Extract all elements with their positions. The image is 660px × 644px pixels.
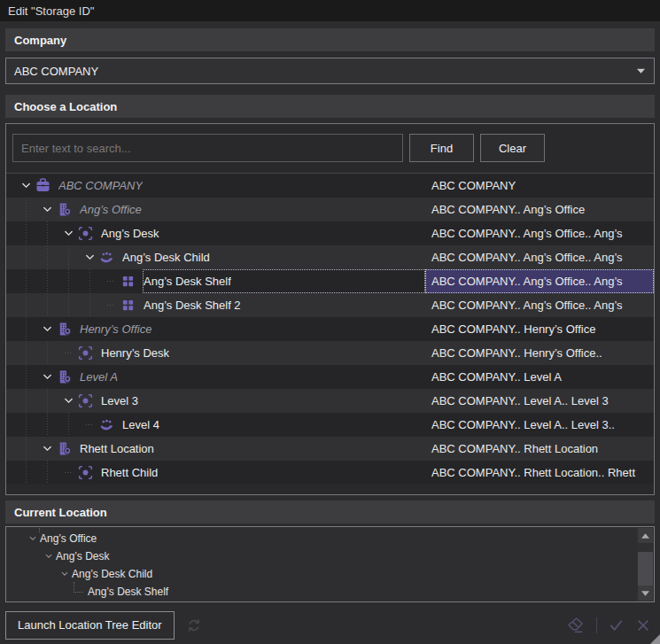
current-location-item-label: Ang’s Desk Child bbox=[72, 568, 152, 580]
tree-connector bbox=[61, 341, 76, 365]
chevron-down-icon[interactable] bbox=[82, 245, 97, 269]
tree-row-path[interactable]: ABC COMPANY.. Henry’s Office.. bbox=[425, 341, 654, 365]
tree-row-name-cell[interactable]: Level A bbox=[79, 365, 425, 389]
briefcase-icon bbox=[34, 174, 52, 198]
tree-row[interactable]: Level 3ABC COMPANY.. Level A.. Level 3 bbox=[6, 389, 654, 413]
find-button[interactable]: Find bbox=[409, 134, 474, 162]
tree-row-name-cell[interactable]: Ang’s Desk Shelf bbox=[143, 269, 425, 293]
resize-grip[interactable] bbox=[650, 634, 660, 644]
tree-row-name-cell[interactable]: Ang’s Desk Shelf 2 bbox=[143, 293, 425, 317]
tree-row-label: Henry’s Office bbox=[80, 322, 151, 336]
scrollbar-thumb[interactable] bbox=[638, 552, 653, 586]
tree-connector bbox=[104, 293, 119, 317]
location-panel: Find Clear ABC COMPANYABC COMPANYAng’s O… bbox=[5, 123, 655, 495]
chevron-down-icon[interactable] bbox=[61, 389, 76, 413]
dialog-body: Company ABC COMPANY Choose a Location Fi… bbox=[0, 21, 660, 642]
tree-row[interactable]: Rhett LocationABC COMPANY.. Rhett Locati… bbox=[6, 437, 654, 461]
tree-row-path[interactable]: ABC COMPANY bbox=[425, 174, 654, 198]
tree-connector bbox=[61, 461, 76, 485]
current-location-scrollbar[interactable] bbox=[638, 528, 653, 601]
location-tree: ABC COMPANYABC COMPANYAng’s OfficeABC CO… bbox=[6, 173, 654, 485]
clear-button[interactable]: Clear bbox=[480, 134, 545, 162]
tree-row-path[interactable]: ABC COMPANY.. Ang’s Office.. Ang’s bbox=[425, 245, 654, 269]
tree-row[interactable]: Henry’s OfficeABC COMPANY.. Henry’s Offi… bbox=[6, 317, 654, 341]
tree-indent bbox=[6, 365, 40, 389]
window-titlebar: Edit "Storage ID" bbox=[0, 0, 660, 21]
company-select[interactable]: ABC COMPANY bbox=[5, 58, 655, 84]
search-input[interactable] bbox=[12, 134, 403, 162]
chevron-down-icon[interactable] bbox=[61, 221, 76, 245]
tree-row-name-cell[interactable]: Ang’s Desk Child bbox=[121, 245, 425, 269]
chevron-down-icon[interactable] bbox=[58, 570, 72, 578]
tree-indent bbox=[6, 413, 82, 437]
tree-row-name-cell[interactable]: Level 3 bbox=[100, 389, 425, 413]
tree-row-name-cell[interactable]: Rhett Child bbox=[100, 461, 425, 485]
hand-icon bbox=[97, 245, 116, 269]
current-location-item-label: Ang’s Desk bbox=[56, 550, 109, 563]
chevron-down-icon[interactable] bbox=[40, 365, 55, 389]
tree-row-label: Level 3 bbox=[101, 394, 138, 407]
current-location-tree: Ang’s OfficeAng’s DeskAng’s Desk ChildAn… bbox=[12, 530, 634, 601]
chevron-down-icon[interactable] bbox=[42, 552, 56, 561]
tree-row-path[interactable]: ABC COMPANY.. Level A bbox=[425, 365, 654, 389]
tree-row-label: Rhett Child bbox=[101, 466, 158, 479]
divider bbox=[596, 617, 597, 633]
chevron-down-icon[interactable] bbox=[26, 534, 40, 543]
building-icon bbox=[55, 365, 74, 389]
tree-row[interactable]: Ang’s OfficeABC COMPANY.. Ang’s Office bbox=[6, 198, 654, 221]
tree-row-label: Rhett Location bbox=[80, 442, 154, 455]
tree-row-name-cell[interactable]: Rhett Location bbox=[79, 437, 425, 461]
tree-row-name-cell[interactable]: Ang’s Office bbox=[79, 198, 425, 221]
scrollbar-track[interactable] bbox=[638, 543, 653, 586]
tree-row[interactable]: ABC COMPANYABC COMPANY bbox=[6, 174, 654, 198]
current-location-item[interactable]: Ang’s Desk Shelf bbox=[12, 583, 634, 601]
chevron-down-icon[interactable] bbox=[40, 437, 55, 461]
tree-row-path[interactable]: ABC COMPANY.. Ang’s Office.. Ang’s bbox=[425, 221, 654, 245]
chevron-down-icon[interactable] bbox=[40, 198, 55, 221]
tree-row-path[interactable]: ABC COMPANY.. Ang’s Office bbox=[425, 198, 654, 221]
tree-indent bbox=[6, 317, 40, 341]
target-icon bbox=[76, 341, 95, 365]
tree-row-label: Ang’s Desk Shelf 2 bbox=[144, 299, 241, 312]
tree-row[interactable]: Henry’s DeskABC COMPANY.. Henry’s Office… bbox=[6, 341, 654, 365]
tree-row-path[interactable]: ABC COMPANY.. Rhett Location.. Rhett bbox=[425, 461, 654, 485]
chevron-down-icon[interactable] bbox=[636, 67, 646, 74]
tree-row[interactable]: Level AABC COMPANY.. Level A bbox=[6, 365, 654, 389]
check-icon[interactable] bbox=[608, 617, 625, 633]
tree-row[interactable]: Ang’s Desk Shelf 2ABC COMPANY.. Ang’s Of… bbox=[6, 293, 654, 317]
tree-row-path[interactable]: ABC COMPANY.. Rhett Location bbox=[425, 437, 654, 461]
eraser-icon[interactable] bbox=[565, 615, 586, 635]
tree-row[interactable]: Ang’s DeskABC COMPANY.. Ang’s Office.. A… bbox=[6, 221, 654, 245]
current-location-item[interactable]: Ang’s Desk Child bbox=[12, 565, 634, 583]
tree-row-path[interactable]: ABC COMPANY.. Level A.. Level 3 bbox=[425, 389, 654, 413]
tree-row[interactable]: Ang’s Desk ChildABC COMPANY.. Ang’s Offi… bbox=[6, 245, 654, 269]
tree-indent bbox=[6, 198, 40, 221]
tree-row-path[interactable]: ABC COMPANY.. Ang’s Office.. Ang’s bbox=[425, 293, 654, 317]
tree-row-name-cell[interactable]: Henry’s Desk bbox=[100, 341, 425, 365]
scroll-down-button[interactable] bbox=[638, 586, 653, 601]
close-icon[interactable] bbox=[635, 617, 651, 633]
current-location-item[interactable]: Ang’s Desk bbox=[12, 547, 634, 565]
chevron-down-icon[interactable] bbox=[19, 174, 34, 198]
tree-row[interactable]: Ang’s Desk ShelfABC COMPANY.. Ang’s Offi… bbox=[6, 269, 654, 293]
launch-location-tree-editor-button[interactable]: Launch Location Tree Editor bbox=[5, 611, 175, 640]
tree-row-name-cell[interactable]: Level 4 bbox=[121, 413, 425, 437]
hand-icon bbox=[97, 413, 116, 437]
building-icon bbox=[55, 317, 74, 341]
current-location-item[interactable]: Ang’s Office bbox=[12, 530, 634, 547]
refresh-icon[interactable] bbox=[186, 617, 202, 633]
tree-row-name-cell[interactable]: Henry’s Office bbox=[79, 317, 425, 341]
chevron-down-icon[interactable] bbox=[40, 317, 55, 341]
target-icon bbox=[76, 221, 95, 245]
scroll-up-button[interactable] bbox=[638, 528, 653, 543]
tree-row-path[interactable]: ABC COMPANY.. Ang’s Office.. Ang’s bbox=[425, 269, 654, 293]
tree-row-name-cell[interactable]: Ang’s Desk bbox=[100, 221, 425, 245]
tree-row-name-cell[interactable]: ABC COMPANY bbox=[58, 174, 425, 198]
tree-indent bbox=[6, 221, 61, 245]
tree-row-path[interactable]: ABC COMPANY.. Level A.. Level 3.. bbox=[425, 413, 654, 437]
tree-indent bbox=[6, 174, 19, 198]
tree-row-path[interactable]: ABC COMPANY.. Henry’s Office bbox=[425, 317, 654, 341]
tree-row[interactable]: Level 4ABC COMPANY.. Level A.. Level 3.. bbox=[6, 413, 654, 437]
tree-row[interactable]: Rhett ChildABC COMPANY.. Rhett Location.… bbox=[6, 461, 654, 485]
company-section-header: Company bbox=[5, 28, 655, 51]
